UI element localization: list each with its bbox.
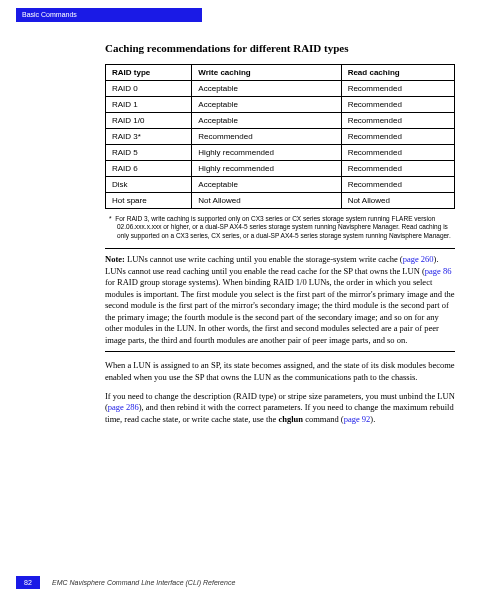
cell: RAID 5: [106, 145, 192, 161]
cell: Highly recommended: [192, 145, 341, 161]
table-row: RAID 6Highly recommendedRecommended: [106, 161, 455, 177]
cell: Recommended: [192, 129, 341, 145]
cell: RAID 1/0: [106, 113, 192, 129]
section-title: Caching recommendations for different RA…: [105, 42, 455, 54]
cell: RAID 0: [106, 81, 192, 97]
table-row: DiskAcceptableRecommended: [106, 177, 455, 193]
cell: Recommended: [341, 177, 454, 193]
cell: Acceptable: [192, 81, 341, 97]
table-row: Hot spareNot AllowedNot Allowed: [106, 193, 455, 209]
paragraph: When a LUN is assigned to an SP, its sta…: [105, 360, 455, 383]
footnote-text: For RAID 3, write caching is supported o…: [115, 215, 451, 239]
cell: Hot spare: [106, 193, 192, 209]
cell: RAID 6: [106, 161, 192, 177]
cell: Not Allowed: [192, 193, 341, 209]
table-row: RAID 1AcceptableRecommended: [106, 97, 455, 113]
cell: Recommended: [341, 97, 454, 113]
paragraph: If you need to change the description (R…: [105, 391, 455, 425]
note-label: Note:: [105, 254, 125, 264]
header-tab: Basic Commands: [16, 8, 202, 22]
para-text: ).: [370, 414, 375, 424]
para-text: command (: [303, 414, 344, 424]
cell: Acceptable: [192, 177, 341, 193]
table-row: RAID 1/0AcceptableRecommended: [106, 113, 455, 129]
note-block: Note: LUNs cannot use write caching unti…: [105, 248, 455, 352]
page-link[interactable]: page 286: [108, 402, 139, 412]
table-row: RAID 3*RecommendedRecommended: [106, 129, 455, 145]
cell: Recommended: [341, 113, 454, 129]
footnote: * For RAID 3, write caching is supported…: [105, 215, 455, 240]
note-text: LUNs cannot use write caching until you …: [125, 254, 403, 264]
col-raid-type: RAID type: [106, 65, 192, 81]
page-link[interactable]: page 86: [425, 266, 452, 276]
cell: Highly recommended: [192, 161, 341, 177]
page-link[interactable]: page 92: [344, 414, 371, 424]
command-name: chglun: [278, 414, 303, 424]
col-read-caching: Read caching: [341, 65, 454, 81]
footer: 82 EMC Navisphere Command Line Interface…: [16, 576, 484, 590]
cell: Recommended: [341, 145, 454, 161]
page-number: 82: [16, 576, 40, 589]
cell: RAID 3*: [106, 129, 192, 145]
cell: RAID 1: [106, 97, 192, 113]
note-text: for RAID group storage systems). When bi…: [105, 277, 455, 344]
footer-title: EMC Navisphere Command Line Interface (C…: [52, 579, 235, 586]
table-row: RAID 0AcceptableRecommended: [106, 81, 455, 97]
footnote-marker: *: [109, 215, 112, 222]
cell: Recommended: [341, 129, 454, 145]
cell: Recommended: [341, 81, 454, 97]
header-tab-label: Basic Commands: [22, 11, 77, 18]
cell: Disk: [106, 177, 192, 193]
cell: Recommended: [341, 161, 454, 177]
table-header-row: RAID type Write caching Read caching: [106, 65, 455, 81]
col-write-caching: Write caching: [192, 65, 341, 81]
cell: Not Allowed: [341, 193, 454, 209]
cell: Acceptable: [192, 113, 341, 129]
main-content: Caching recommendations for different RA…: [105, 42, 455, 425]
page-link[interactable]: page 260: [403, 254, 434, 264]
raid-caching-table: RAID type Write caching Read caching RAI…: [105, 64, 455, 209]
cell-text: RAID 3*: [112, 132, 141, 141]
table-row: RAID 5Highly recommendedRecommended: [106, 145, 455, 161]
cell: Acceptable: [192, 97, 341, 113]
